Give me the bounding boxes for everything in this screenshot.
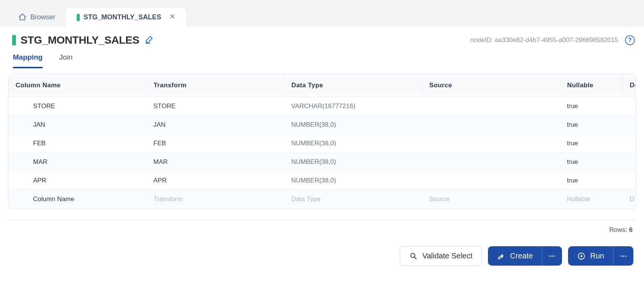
col-header-description[interactable]: Des: [623, 74, 635, 97]
cell-nullable: true: [560, 116, 623, 134]
play-icon: [577, 252, 586, 260]
table-row[interactable]: JAN JAN NUMBER(38,0) true: [9, 116, 635, 134]
svg-line-4: [415, 257, 417, 259]
node-id: nodeID: aa330e82-d4b7-4955-a007-29669858…: [470, 36, 618, 44]
cell-name: STORE: [9, 97, 147, 116]
col-header-source[interactable]: Source: [422, 74, 560, 97]
action-bar: Validate Select Create Run: [0, 240, 644, 272]
cell-transform: STORE: [147, 97, 284, 116]
placeholder-desc: D: [623, 190, 635, 209]
validate-label: Validate Select: [422, 252, 472, 260]
validate-button[interactable]: Validate Select: [400, 246, 482, 266]
title-right: nodeID: aa330e82-d4b7-4955-a007-29669858…: [470, 35, 635, 45]
col-header-name[interactable]: Column Name: [9, 74, 147, 97]
cell-transform: JAN: [147, 116, 284, 134]
tab-active-label: STG_MONTHLY_SALES: [84, 13, 161, 21]
cell-desc: [623, 172, 635, 190]
title-row: STG_MONTHLY_SALES nodeID: aa330e82-d4b7-…: [0, 27, 644, 50]
table-row[interactable]: FEB FEB NUMBER(38,0) true: [9, 134, 635, 153]
placeholder-name: Column Name: [9, 190, 147, 209]
svg-point-10: [621, 255, 622, 257]
cell-nullable: true: [560, 172, 623, 190]
create-more-button[interactable]: [542, 246, 562, 266]
create-button-group: Create: [488, 246, 562, 266]
create-button[interactable]: Create: [488, 246, 542, 266]
tab-browser-label: Browser: [30, 13, 55, 21]
close-icon[interactable]: [169, 13, 175, 21]
run-button-group: Run: [568, 246, 633, 266]
tab-indicator: [77, 14, 80, 21]
rows-footer: Rows: 6: [8, 220, 636, 240]
cell-source: [422, 153, 560, 172]
placeholder-type: Data Type: [284, 190, 422, 209]
subtab-join[interactable]: Join: [59, 53, 73, 68]
table-placeholder-row[interactable]: Column Name Transform Data Type Source N…: [9, 190, 635, 209]
sub-tabs: Mapping Join: [0, 50, 644, 68]
cell-name: APR: [9, 172, 147, 190]
col-header-nullable[interactable]: Nullable: [560, 74, 623, 97]
cell-type: VARCHAR(16777216): [284, 97, 422, 116]
col-header-transform[interactable]: Transform: [147, 74, 284, 97]
cell-type: NUMBER(38,0): [284, 153, 422, 172]
placeholder-transform: Transform: [147, 190, 284, 209]
run-button[interactable]: Run: [568, 246, 613, 266]
cell-nullable: true: [560, 134, 623, 153]
cell-source: [422, 97, 560, 116]
run-label: Run: [590, 252, 604, 260]
main-panel: STG_MONTHLY_SALES nodeID: aa330e82-d4b7-…: [0, 27, 644, 299]
table-row[interactable]: MAR MAR NUMBER(38,0) true: [9, 153, 635, 172]
svg-point-5: [549, 255, 551, 257]
title-left: STG_MONTHLY_SALES: [12, 34, 154, 46]
search-icon: [409, 252, 418, 260]
table-header-row: Column Name Transform Data Type Source N…: [9, 74, 635, 97]
cell-name: JAN: [9, 116, 147, 134]
tabs-bar: Browser STG_MONTHLY_SALES: [0, 0, 644, 27]
cell-desc: [623, 153, 635, 172]
page-title: STG_MONTHLY_SALES: [21, 34, 139, 46]
title-indicator: [12, 35, 16, 46]
svg-point-3: [411, 253, 415, 257]
cell-name: FEB: [9, 134, 147, 153]
dots-icon: [620, 252, 627, 260]
tab-browser[interactable]: Browser: [8, 8, 66, 27]
placeholder-source: Source: [422, 190, 560, 209]
cell-desc: [623, 116, 635, 134]
cell-type: NUMBER(38,0): [284, 134, 422, 153]
cell-type: NUMBER(38,0): [284, 116, 422, 134]
cell-nullable: true: [560, 153, 623, 172]
run-more-button[interactable]: [613, 246, 633, 266]
col-header-type[interactable]: Data Type: [284, 74, 422, 97]
table-row[interactable]: APR APR NUMBER(38,0) true: [9, 172, 635, 190]
table-row[interactable]: STORE STORE VARCHAR(16777216) true: [9, 97, 635, 116]
cell-name: MAR: [9, 153, 147, 172]
create-label: Create: [510, 252, 533, 260]
placeholder-nullable: Nullable: [560, 190, 623, 209]
cell-desc: [623, 97, 635, 116]
cell-transform: FEB: [147, 134, 284, 153]
home-icon: [18, 13, 27, 21]
cell-desc: [623, 134, 635, 153]
edit-icon[interactable]: [145, 35, 154, 46]
svg-marker-9: [581, 255, 583, 257]
mapping-table: Column Name Transform Data Type Source N…: [8, 74, 636, 209]
dots-icon: [548, 252, 556, 260]
cell-source: [422, 134, 560, 153]
cell-source: [422, 172, 560, 190]
rows-count: 6: [629, 226, 633, 233]
cell-nullable: true: [560, 97, 623, 116]
svg-point-12: [625, 255, 626, 257]
cell-source: [422, 116, 560, 134]
svg-point-6: [552, 255, 553, 257]
tab-active[interactable]: STG_MONTHLY_SALES: [66, 8, 186, 27]
cell-type: NUMBER(38,0): [284, 172, 422, 190]
svg-point-11: [623, 255, 624, 257]
wrench-icon: [497, 252, 505, 260]
cell-transform: MAR: [147, 153, 284, 172]
help-icon[interactable]: ?: [625, 35, 635, 45]
rows-label: Rows:: [609, 226, 627, 233]
subtab-mapping[interactable]: Mapping: [13, 53, 43, 68]
cell-transform: APR: [147, 172, 284, 190]
svg-point-7: [554, 255, 555, 257]
